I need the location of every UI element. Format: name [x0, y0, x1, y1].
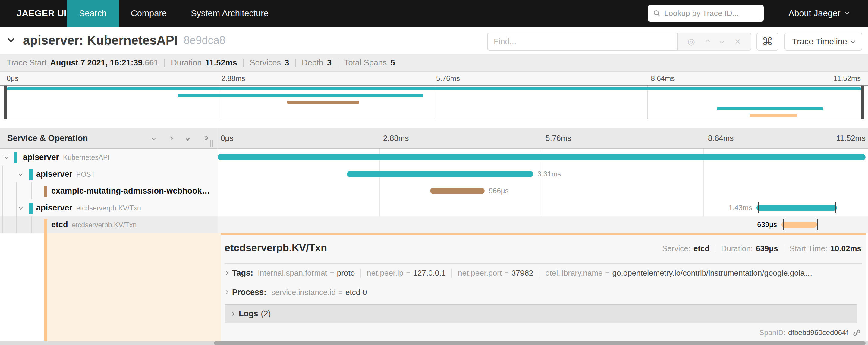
span-color-bar	[29, 203, 33, 214]
operation-name: KubernetesAPI	[63, 153, 110, 162]
divider	[361, 269, 361, 278]
summary-value: 3	[327, 58, 332, 67]
span-bar-row[interactable]	[218, 149, 868, 166]
tick-label: 0μs	[221, 134, 233, 143]
timeline-header: Service & Operation 0μs2.88ms5.76ms8.64m…	[0, 128, 868, 149]
clear-search-icon[interactable]: ✕	[735, 38, 741, 46]
service-name: example-mutating-admission-webhook…	[51, 186, 210, 196]
span-bar-row[interactable]: 3.31ms	[218, 166, 868, 182]
span-meta: Service: etcd Duration: 639μs Start Time…	[662, 244, 861, 253]
chevron-down-icon[interactable]	[19, 172, 23, 176]
logs-accordion[interactable]: Logs (2)	[224, 304, 857, 323]
collapse-trace-icon[interactable]	[8, 36, 13, 42]
span-duration-bar[interactable]	[781, 222, 817, 228]
tick-label: 2.88ms	[221, 74, 245, 83]
spanid-row: SpanID: dfbebd960ced064f	[759, 328, 861, 337]
chevron-down-icon	[851, 38, 855, 43]
column-resizer-handle[interactable]	[210, 140, 213, 147]
service-value: etcd	[693, 244, 710, 253]
span-duration-bar[interactable]	[347, 171, 533, 177]
chevron-right-icon	[225, 271, 228, 275]
keyboard-shortcuts-button[interactable]: ⌘	[756, 33, 778, 51]
next-result-icon[interactable]	[720, 39, 724, 44]
timeline-minimap[interactable]	[0, 85, 868, 119]
summary-label: Duration	[171, 58, 202, 67]
chevron-down-icon[interactable]	[19, 206, 23, 209]
divider	[338, 59, 338, 67]
view-selector-label: Trace Timeline	[792, 37, 847, 47]
expand-all-icon[interactable]	[204, 137, 208, 140]
app-logo[interactable]: JAEGER UI	[17, 0, 67, 27]
tag-value: 37982	[512, 268, 533, 278]
focus-match-icon[interactable]: ◎	[687, 37, 695, 46]
horizontal-scrollbar[interactable]	[0, 341, 868, 345]
span-bar-row[interactable]: 966μs	[218, 182, 868, 199]
top-navbar: JAEGER UI Search Compare System Architec…	[0, 0, 868, 27]
tab-search[interactable]: Search	[67, 0, 119, 27]
minimap-span-bar	[178, 94, 423, 97]
expand-one-icon[interactable]	[169, 137, 173, 140]
chevron-down-icon[interactable]	[4, 155, 8, 159]
span-name-row[interactable]: apiserverKubernetesAPI	[0, 149, 218, 166]
process-row[interactable]: Process: service.instance.id=etcd-0	[225, 288, 860, 297]
operation-name: etcdserverpb.KV/Txn	[72, 221, 137, 229]
trace-lookup-input[interactable]: Lookup by Trace ID...	[648, 5, 764, 22]
span-name-row[interactable]: apiserverPOST	[0, 166, 218, 182]
tab-system-architecture[interactable]: System Architecture	[179, 0, 281, 27]
tags-row[interactable]: Tags: internal.span.format=protonet.peer…	[225, 268, 860, 278]
span-bar-row[interactable]: 639μs	[218, 216, 868, 233]
tag-value: proto	[337, 268, 355, 278]
span-name-row[interactable]: apiserveretcdserverpb.KV/Txn	[0, 199, 218, 216]
tag-value: go.opentelemetry.io/contrib/instrumentat…	[613, 268, 812, 278]
summary-label: Trace Start	[7, 58, 47, 67]
spanid-label: SpanID:	[759, 328, 785, 337]
about-jaeger-menu[interactable]: About Jaeger	[788, 0, 848, 27]
span-duration-bar[interactable]	[756, 205, 837, 211]
find-input[interactable]: Find...	[487, 33, 678, 51]
span-name-row[interactable]: etcdetcdserverpb.KV/Txn	[0, 216, 218, 233]
service-operation-header: Service & Operation	[7, 128, 88, 148]
tab-compare[interactable]: Compare	[119, 0, 179, 27]
prev-result-icon[interactable]	[706, 39, 710, 44]
tag-key: otel.library.name	[545, 268, 602, 278]
scrollbar-thumb[interactable]	[214, 341, 866, 345]
span-log-tick	[835, 202, 836, 213]
span-duration-bar[interactable]	[430, 188, 484, 194]
jaeger-trace-page: JAEGER UI Search Compare System Architec…	[0, 0, 868, 345]
service-name: apiserver	[23, 152, 59, 162]
logs-count: (2)	[261, 309, 271, 318]
span-name-text: apiserverKubernetesAPI	[23, 152, 110, 162]
service-name: apiserver	[36, 203, 72, 212]
minimap-tick-labels: 0μs2.88ms5.76ms8.64ms11.52ms	[4, 72, 863, 85]
link-icon[interactable]	[852, 328, 861, 337]
find-controls: ◎ ✕	[678, 33, 751, 51]
service-name: etcd	[51, 220, 68, 230]
tag-value: 127.0.0.1	[413, 268, 446, 278]
span-operation-title: etcdserverpb.KV/Txn	[224, 242, 327, 254]
tag-key: net.peer.ip	[367, 268, 403, 278]
process-label: Process:	[232, 288, 267, 297]
tags-label: Tags:	[232, 268, 253, 278]
tick-label: 0μs	[7, 74, 19, 83]
tick-label: 11.52ms	[834, 74, 861, 83]
minimap-span-bar	[749, 114, 797, 117]
tick-label: 8.64ms	[708, 134, 734, 143]
minimap-ruler: 0μs2.88ms5.76ms8.64ms11.52ms	[0, 72, 868, 85]
summary-item: Services3	[250, 58, 289, 67]
span-name-text: apiserveretcdserverpb.KV/Txn	[36, 203, 141, 212]
tree-controls	[152, 128, 208, 148]
collapse-all-icon[interactable]	[186, 136, 189, 140]
tick-label: 2.88ms	[383, 134, 409, 143]
span-detail-card: etcdserverpb.KV/Txn Service: etcd Durati…	[221, 233, 866, 341]
chevron-right-icon	[230, 312, 235, 316]
span-rows: apiserverKubernetesAPIapiserverPOSTexamp…	[0, 149, 868, 233]
view-selector-button[interactable]: Trace Timeline	[784, 33, 862, 51]
span-duration-bar[interactable]	[218, 154, 866, 160]
divider	[784, 245, 784, 253]
tags-items: internal.span.format=protonet.peer.ip=12…	[258, 268, 812, 278]
collapse-one-icon[interactable]	[152, 137, 155, 140]
span-name-row[interactable]: example-mutating-admission-webhook…	[0, 182, 218, 199]
minimap-left-handle[interactable]	[4, 86, 7, 119]
minimap-right-handle[interactable]	[861, 86, 864, 119]
span-bar-row[interactable]: 1.43ms	[218, 199, 868, 216]
